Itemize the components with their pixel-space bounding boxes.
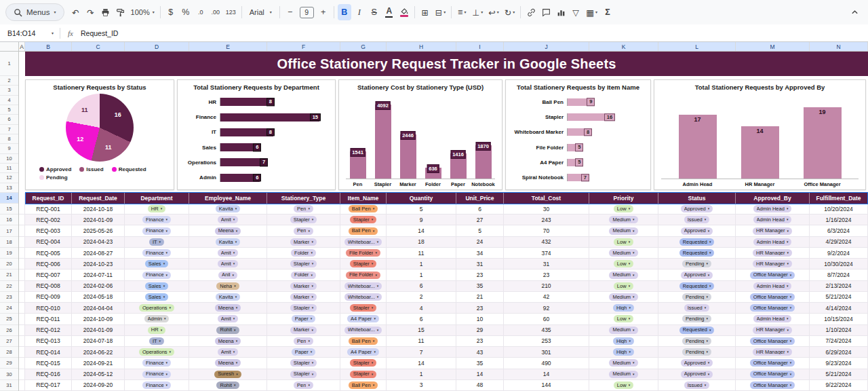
column-header-C[interactable]: C <box>72 42 125 51</box>
cell[interactable]: Folder▾ <box>267 248 340 258</box>
cell[interactable]: REQ-004 <box>25 237 72 247</box>
cell[interactable]: Stapler▾ <box>340 369 387 379</box>
increase-font-size-button[interactable]: + <box>317 4 330 20</box>
cell[interactable]: Pending▾ <box>658 336 736 346</box>
merge-cells-button[interactable]: ⊟ ▾ <box>433 4 448 20</box>
cell[interactable]: Low▾ <box>589 237 658 247</box>
cell[interactable]: 4/29/2024 <box>810 237 868 247</box>
cell[interactable]: 4/14/2024 <box>810 303 868 313</box>
table-header-Unit_Price[interactable]: Unit_Price <box>456 193 504 204</box>
dropdown-chip[interactable]: Pending▾ <box>682 260 711 267</box>
cell[interactable]: 10/15/2024 <box>810 314 868 324</box>
dropdown-chip[interactable]: Medium▾ <box>609 293 637 301</box>
dropdown-chip[interactable]: Rohit▾ <box>216 327 239 334</box>
cell[interactable]: 210 <box>504 281 589 291</box>
cell[interactable]: Whiteboar...▾ <box>340 325 387 335</box>
cell[interactable]: 1 <box>387 259 456 269</box>
cell[interactable]: 43 <box>456 347 504 357</box>
dropdown-chip[interactable]: Kavita▾ <box>216 293 240 301</box>
collapse-toolbar-button[interactable] <box>848 4 861 20</box>
cell[interactable]: 2024-01-09 <box>72 215 125 225</box>
dropdown-chip[interactable]: Amit▾ <box>218 216 239 223</box>
row-header-9[interactable]: 9 <box>0 144 18 153</box>
cell[interactable]: 60 <box>504 314 589 324</box>
dropdown-chip[interactable]: Medium▾ <box>609 272 637 279</box>
dropdown-chip[interactable]: Stapler▾ <box>350 371 376 378</box>
cell[interactable]: REQ-002 <box>25 215 72 225</box>
cell[interactable]: 2024-02-06 <box>72 281 125 291</box>
format-percent-button[interactable]: % <box>179 4 193 20</box>
column-header-A[interactable]: A <box>19 42 25 51</box>
cell[interactable]: Meena▾ <box>189 303 267 313</box>
cell[interactable]: High▾ <box>589 303 658 313</box>
cell[interactable]: 2025-05-26 <box>72 225 125 236</box>
dropdown-chip[interactable]: File Folder▾ <box>346 272 380 279</box>
cell[interactable]: 1 <box>387 369 456 379</box>
cell[interactable]: 2024-09-21 <box>72 358 125 368</box>
cell[interactable]: 144 <box>504 380 589 390</box>
formula-value[interactable]: Request_ID <box>81 29 118 37</box>
cell[interactable]: Approved▾ <box>658 369 736 379</box>
dropdown-chip[interactable]: Paper▾ <box>292 348 316 356</box>
cell[interactable]: Marker▾ <box>267 325 340 335</box>
cell[interactable]: Ball Pen▾ <box>340 204 387 214</box>
cell[interactable]: 2024-04-23 <box>72 237 125 247</box>
dropdown-chip[interactable]: Ball Pen▾ <box>349 381 378 389</box>
dropdown-chip[interactable]: High▾ <box>613 337 634 345</box>
cell[interactable]: Marker▾ <box>267 281 340 291</box>
cell[interactable]: Finance▾ <box>125 380 189 390</box>
column-header-D[interactable]: D <box>125 42 189 51</box>
decrease-font-size-button[interactable]: − <box>283 4 297 20</box>
borders-button[interactable]: ⊞ <box>418 4 432 20</box>
cell[interactable]: 2024-05-18 <box>72 292 125 302</box>
cell[interactable]: Pen▾ <box>267 336 340 346</box>
dropdown-chip[interactable]: Issued▾ <box>684 216 710 223</box>
row-header-26[interactable]: 26 <box>0 325 18 336</box>
cell[interactable]: Stapler▾ <box>267 303 340 313</box>
cell[interactable]: File Folder▾ <box>340 269 387 280</box>
dropdown-chip[interactable]: Finance▾ <box>142 216 171 223</box>
cell[interactable]: Sales▾ <box>125 259 189 269</box>
dropdown-chip[interactable]: Folder▾ <box>291 249 316 257</box>
cell[interactable]: REQ-001 <box>25 204 72 214</box>
dropdown-chip[interactable]: HR Manager▾ <box>753 327 792 334</box>
cell[interactable]: Office Manager▾ <box>736 358 810 368</box>
table-header-Item_Name[interactable]: Item_Name <box>340 193 387 204</box>
fill-color-button[interactable] <box>397 4 411 20</box>
row-header-29[interactable]: 29 <box>0 358 18 369</box>
cell[interactable]: Medium▾ <box>589 292 658 302</box>
dropdown-chip[interactable]: Pending▾ <box>682 348 711 356</box>
cell[interactable]: 15 <box>387 325 456 335</box>
cell[interactable]: Rohit▾ <box>189 325 267 335</box>
cell[interactable]: 1/10/2024 <box>810 325 868 335</box>
cell[interactable]: 29 <box>456 325 504 335</box>
cell[interactable]: Finance▾ <box>125 269 189 280</box>
dropdown-chip[interactable]: Office Manager▾ <box>750 293 795 301</box>
insert-chart-button[interactable] <box>554 4 568 20</box>
dropdown-chip[interactable]: Stapler▾ <box>350 359 376 367</box>
create-filter-button[interactable]: ▽ <box>569 4 583 20</box>
dropdown-chip[interactable]: Stapler▾ <box>290 304 317 312</box>
cell[interactable]: Medium▾ <box>589 225 658 236</box>
dropdown-chip[interactable]: IT▾ <box>149 238 164 246</box>
row-header-16[interactable]: 16 <box>0 215 18 225</box>
dropdown-chip[interactable]: Office Manager▾ <box>750 359 795 367</box>
column-header-E[interactable]: E <box>189 42 267 51</box>
row-header-21[interactable]: 21 <box>0 269 18 280</box>
cell[interactable]: 23 <box>504 269 589 280</box>
dropdown-chip[interactable]: High▾ <box>613 348 634 356</box>
cell[interactable]: A4 Paper▾ <box>340 347 387 357</box>
dropdown-chip[interactable]: Admin▾ <box>144 315 170 322</box>
cell[interactable]: 5/21/2024 <box>810 369 868 379</box>
dropdown-chip[interactable]: Pen▾ <box>294 337 313 345</box>
cell[interactable]: Approved▾ <box>658 358 736 368</box>
row-header-24[interactable]: 24 <box>0 303 18 314</box>
dropdown-chip[interactable]: Operations▾ <box>139 348 174 356</box>
cell[interactable]: Finance▾ <box>125 248 189 258</box>
row-header-31[interactable]: 31 <box>0 380 18 391</box>
row-header-22[interactable]: 22 <box>0 281 18 292</box>
cell[interactable]: Kavita▾ <box>189 204 267 214</box>
column-header-G[interactable]: G <box>340 42 387 51</box>
row-header-4[interactable]: 4 <box>0 96 18 105</box>
cell[interactable]: Office Manager▾ <box>736 292 810 302</box>
